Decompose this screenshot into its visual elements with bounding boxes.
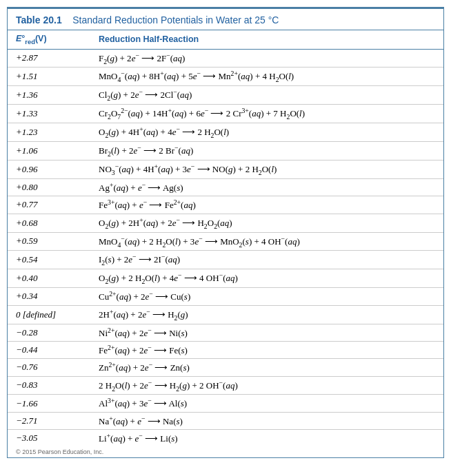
reaction-formula: Cu2+(aq) + 2e− ⟶ Cu(s)	[90, 288, 443, 305]
table-row: −0.832 H2O(l) + 2e− ⟶ H2(g) + 2 OH−(aq)	[8, 376, 443, 395]
potential-value: −2.71	[8, 412, 90, 429]
reaction-formula: 2 H2O(l) + 2e− ⟶ H2(g) + 2 OH−(aq)	[90, 376, 443, 395]
reaction-formula: Ag+(aq) + e− ⟶ Ag(s)	[90, 178, 443, 196]
table-row: −0.76Zn2+(aq) + 2e− ⟶ Zn(s)	[8, 359, 443, 376]
table-row: +1.06Br2(l) + 2e− ⟶ 2 Br−(aq)	[8, 142, 443, 161]
table-row: −0.28Ni2+(aq) + 2e− ⟶ Ni(s)	[8, 324, 443, 341]
reaction-formula: Al3+(aq) + 3e− ⟶ Al(s)	[90, 395, 443, 412]
table-row: +0.77Fe3+(aq) + e− ⟶ Fe2+(aq)	[8, 196, 443, 214]
table-row: +0.80Ag+(aq) + e− ⟶ Ag(s)	[8, 178, 443, 196]
reaction-formula: Li+(aq) + e− ⟶ Li(s)	[90, 430, 443, 447]
potential-value: +1.51	[8, 68, 90, 86]
table-row: +1.23O2(g) + 4H+(aq) + 4e− ⟶ 2 H2O(l)	[8, 123, 443, 142]
table-row: +0.40O2(g) + 2 H2O(l) + 4e− ⟶ 4 OH−(aq)	[8, 269, 443, 288]
reaction-formula: I2(s) + 2e− ⟶ 2I−(aq)	[90, 251, 443, 269]
table-header-row: E°red(V) Reduction Half-Reaction	[8, 30, 443, 49]
col1-header: E°red(V)	[8, 30, 90, 49]
reaction-formula: Na+(aq) + e− ⟶ Na(s)	[90, 412, 443, 429]
reaction-formula: Ni2+(aq) + 2e− ⟶ Ni(s)	[90, 324, 443, 341]
potential-value: +2.87	[8, 49, 90, 68]
table-row: +1.36Cl2(g) + 2e− ⟶ 2Cl−(aq)	[8, 86, 443, 105]
table-row: +0.59MnO4−(aq) + 2 H2O(l) + 3e− ⟶ MnO2(s…	[8, 232, 443, 251]
table-title: Table 20.1 Standard Reduction Potentials…	[8, 9, 443, 30]
reaction-formula: O2(g) + 4H+(aq) + 4e− ⟶ 2 H2O(l)	[90, 123, 443, 142]
potential-value: −3.05	[8, 430, 90, 447]
reaction-formula: MnO4−(aq) + 2 H2O(l) + 3e− ⟶ MnO2(s) + 4…	[90, 232, 443, 251]
table-row: +0.34Cu2+(aq) + 2e− ⟶ Cu(s)	[8, 288, 443, 305]
reaction-formula: Br2(l) + 2e− ⟶ 2 Br−(aq)	[90, 142, 443, 161]
potential-value: 0 [defined]	[8, 305, 90, 324]
reaction-formula: 2H+(aq) + 2e− ⟶ H2(g)	[90, 305, 443, 324]
reaction-formula: NO3−(aq) + 4H+(aq) + 3e− ⟶ NO(g) + 2 H2O…	[90, 161, 443, 179]
potential-value: +1.23	[8, 123, 90, 142]
table-row: +0.68O2(g) + 2H+(aq) + 2e− ⟶ H2O2(aq)	[8, 214, 443, 232]
table-row: +0.96NO3−(aq) + 4H+(aq) + 3e− ⟶ NO(g) + …	[8, 161, 443, 179]
table-row: 0 [defined]2H+(aq) + 2e− ⟶ H2(g)	[8, 305, 443, 324]
potential-value: +1.36	[8, 86, 90, 105]
reaction-formula: F2(g) + 2e− ⟶ 2F−(aq)	[90, 49, 443, 68]
potential-value: +0.68	[8, 214, 90, 232]
potential-value: +1.33	[8, 105, 90, 123]
table-row: +1.33Cr2O72−(aq) + 14H+(aq) + 6e− ⟶ 2 Cr…	[8, 105, 443, 123]
potential-value: +0.34	[8, 288, 90, 305]
potential-value: −1.66	[8, 395, 90, 412]
potential-value: +0.59	[8, 232, 90, 251]
table-row: −2.71Na+(aq) + e− ⟶ Na(s)	[8, 412, 443, 429]
potential-value: +0.40	[8, 269, 90, 288]
reaction-formula: O2(g) + 2H+(aq) + 2e− ⟶ H2O2(aq)	[90, 214, 443, 232]
potential-value: +1.06	[8, 142, 90, 161]
reaction-formula: Cl2(g) + 2e− ⟶ 2Cl−(aq)	[90, 86, 443, 105]
potential-value: +0.96	[8, 161, 90, 179]
potential-value: +0.80	[8, 178, 90, 196]
table-row: −1.66Al3+(aq) + 3e− ⟶ Al(s)	[8, 395, 443, 412]
potential-value: +0.77	[8, 196, 90, 214]
table-row: −0.44Fe2+(aq) + 2e− ⟶ Fe(s)	[8, 341, 443, 358]
table-id: Table 20.1	[16, 14, 62, 25]
table-row: −3.05Li+(aq) + e− ⟶ Li(s)	[8, 430, 443, 447]
reaction-formula: MnO4−(aq) + 8H+(aq) + 5e− ⟶ Mn2+(aq) + 4…	[90, 68, 443, 86]
table-container: Table 20.1 Standard Reduction Potentials…	[7, 7, 444, 458]
potential-value: −0.44	[8, 341, 90, 358]
table-row: +2.87F2(g) + 2e− ⟶ 2F−(aq)	[8, 49, 443, 68]
table-row: +0.54I2(s) + 2e− ⟶ 2I−(aq)	[8, 251, 443, 269]
table-row: +1.51MnO4−(aq) + 8H+(aq) + 5e− ⟶ Mn2+(aq…	[8, 68, 443, 86]
reaction-formula: O2(g) + 2 H2O(l) + 4e− ⟶ 4 OH−(aq)	[90, 269, 443, 288]
potential-value: −0.83	[8, 376, 90, 395]
reaction-formula: Zn2+(aq) + 2e− ⟶ Zn(s)	[90, 359, 443, 376]
reaction-formula: Cr2O72−(aq) + 14H+(aq) + 6e− ⟶ 2 Cr3+(aq…	[90, 105, 443, 123]
reaction-formula: Fe3+(aq) + e− ⟶ Fe2+(aq)	[90, 196, 443, 214]
col2-header: Reduction Half-Reaction	[90, 30, 443, 49]
reaction-formula: Fe2+(aq) + 2e− ⟶ Fe(s)	[90, 341, 443, 358]
table-heading: Standard Reduction Potentials in Water a…	[72, 14, 279, 25]
data-table: E°red(V) Reduction Half-Reaction +2.87F2…	[8, 30, 443, 446]
copyright: © 2015 Pearson Education, Inc.	[8, 446, 443, 457]
potential-value: −0.76	[8, 359, 90, 376]
potential-value: +0.54	[8, 251, 90, 269]
potential-value: −0.28	[8, 324, 90, 341]
